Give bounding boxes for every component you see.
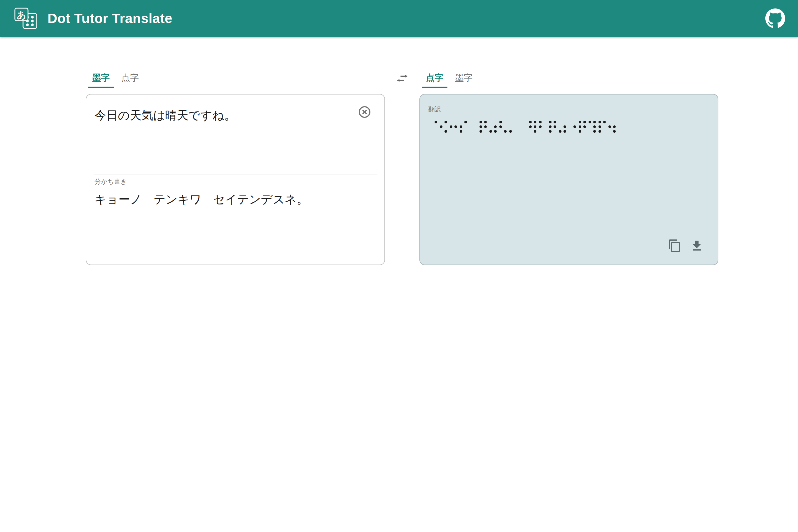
wakachigaki-text: キョーノ テンキワ セイテンデスネ。 (95, 191, 376, 208)
text-input[interactable]: 今日の天気は晴天ですね。 (86, 95, 384, 174)
clear-button[interactable] (358, 105, 372, 119)
copy-icon (668, 239, 682, 253)
wakachigaki-label: 分かち書き (95, 177, 376, 186)
source-panel: 墨字 点字 今日の天気は晴天ですね。 分かち書き キョーノ テンキワ セイテンデ… (86, 71, 385, 265)
source-tab-sumiji[interactable]: 墨字 (88, 71, 114, 88)
clear-circle-x-icon (358, 105, 372, 119)
logo-kana-glyph: あ (17, 10, 26, 20)
swap-arrows-icon[interactable] (396, 72, 409, 85)
copy-button[interactable] (668, 239, 682, 253)
github-icon (765, 8, 785, 28)
target-tab-sumiji[interactable]: 墨字 (451, 71, 477, 88)
download-icon (690, 239, 704, 253)
github-link[interactable] (765, 8, 785, 28)
input-card: 今日の天気は晴天ですね。 分かち書き キョーノ テンキワ セイテンデスネ。 (86, 94, 385, 265)
app-logo: あ (14, 7, 38, 29)
translation-label: 翻訳 (428, 105, 710, 114)
wakachigaki-section: 分かち書き キョーノ テンキワ セイテンデスネ。 (86, 174, 384, 208)
input-text-value[interactable]: 今日の天気は晴天ですね。 (95, 107, 346, 124)
output-actions (668, 239, 704, 253)
target-tab-tenji[interactable]: 点字 (422, 71, 448, 88)
swap-column (385, 71, 419, 85)
target-tabs: 点字 墨字 (422, 71, 718, 88)
download-button[interactable] (690, 239, 704, 253)
source-tab-tenji[interactable]: 点字 (117, 71, 143, 88)
main-content: 墨字 点字 今日の天気は晴天ですね。 分かち書き キョーノ テンキワ セイテンデ… (0, 71, 798, 265)
target-panel: 点字 墨字 翻訳 (419, 71, 718, 265)
braille-output (429, 119, 710, 134)
app-header: あ Dot Tutor Translate (0, 0, 798, 37)
app-title: Dot Tutor Translate (48, 11, 172, 26)
kana-braille-logo-icon: あ (14, 7, 38, 29)
output-card: 翻訳 (419, 94, 718, 265)
source-tabs: 墨字 点字 (88, 71, 385, 88)
